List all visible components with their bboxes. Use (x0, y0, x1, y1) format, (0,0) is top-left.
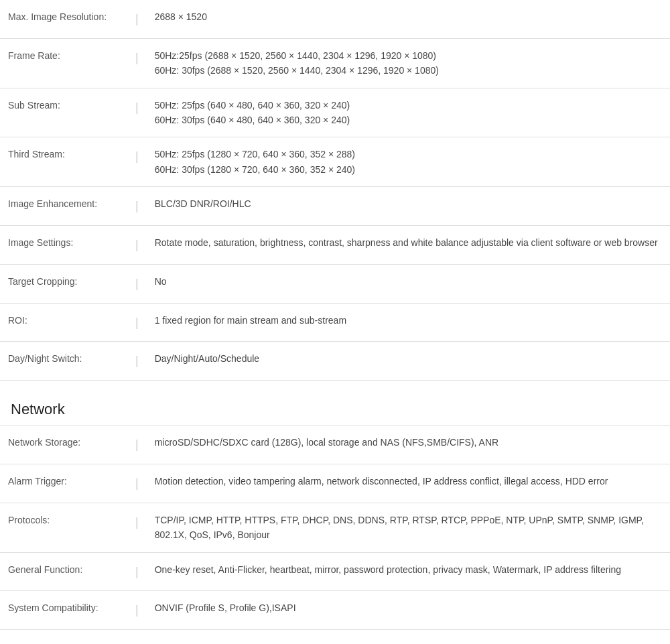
divider: | (127, 591, 147, 630)
spec-label: Max. Image Resolution: (0, 0, 127, 38)
network-section-header: Network (0, 387, 670, 426)
table-row: General Function:|One-key reset, Anti-Fl… (0, 552, 670, 591)
divider: | (127, 0, 147, 38)
spec-label: Target Cropping: (0, 264, 127, 303)
spec-label: Sub Stream: (0, 88, 127, 137)
table-row: Third Stream:|50Hz: 25fps (1280 × 720, 6… (0, 137, 670, 187)
spec-label: General Function: (0, 552, 127, 591)
table-row: Image Enhancement:|BLC/3D DNR/ROI/HLC (0, 187, 670, 226)
divider: | (127, 464, 147, 503)
spec-value: Motion detection, video tampering alarm,… (147, 464, 670, 503)
divider: | (127, 225, 147, 264)
divider: | (127, 342, 147, 381)
spec-value: One-key reset, Anti-Flicker, heartbeat, … (147, 552, 670, 591)
spec-value: No (147, 264, 670, 303)
spec-value: microSD/SDHC/SDXC card (128G), local sto… (147, 426, 670, 464)
divider: | (127, 264, 147, 303)
table-row: Image Settings:|Rotate mode, saturation,… (0, 225, 670, 264)
network-spec-table: Network Storage:|microSD/SDHC/SDXC card … (0, 426, 670, 630)
table-row: Network Storage:|microSD/SDHC/SDXC card … (0, 426, 670, 464)
spec-label: ROI: (0, 303, 127, 342)
spec-value: Rotate mode, saturation, brightness, con… (147, 225, 670, 264)
spec-label: Frame Rate: (0, 38, 127, 88)
table-row: System Compatibility:|ONVIF (Profile S, … (0, 591, 670, 630)
spec-value: 50Hz:25fps (2688 × 1520, 2560 × 1440, 23… (147, 38, 670, 88)
table-row: Sub Stream:|50Hz: 25fps (640 × 480, 640 … (0, 88, 670, 137)
spec-label: Third Stream: (0, 137, 127, 187)
divider: | (127, 503, 147, 552)
table-row: Frame Rate:|50Hz:25fps (2688 × 1520, 256… (0, 38, 670, 88)
divider: | (127, 88, 147, 137)
spec-label: Day/Night Switch: (0, 342, 127, 381)
spec-value: 50Hz: 25fps (640 × 480, 640 × 360, 320 ×… (147, 88, 670, 137)
spec-value: 2688 × 1520 (147, 0, 670, 38)
image-spec-table: Max. Image Resolution:|2688 × 1520Frame … (0, 0, 670, 381)
spec-value: BLC/3D DNR/ROI/HLC (147, 187, 670, 226)
divider: | (127, 38, 147, 88)
spec-label: System Compatibility: (0, 591, 127, 630)
table-row: Day/Night Switch:|Day/Night/Auto/Schedul… (0, 342, 670, 381)
divider: | (127, 303, 147, 342)
divider: | (127, 137, 147, 187)
spec-label: Network Storage: (0, 426, 127, 464)
spec-value: 1 fixed region for main stream and sub-s… (147, 303, 670, 342)
spec-value: ONVIF (Profile S, Profile G),ISAPI (147, 591, 670, 630)
table-row: Alarm Trigger:|Motion detection, video t… (0, 464, 670, 503)
spec-label: Image Settings: (0, 225, 127, 264)
spec-value: TCP/IP, ICMP, HTTP, HTTPS, FTP, DHCP, DN… (147, 503, 670, 552)
spec-label: Alarm Trigger: (0, 464, 127, 503)
divider: | (127, 552, 147, 591)
spec-label: Image Enhancement: (0, 187, 127, 226)
divider: | (127, 426, 147, 464)
spec-label: Protocols: (0, 503, 127, 552)
table-row: Protocols:|TCP/IP, ICMP, HTTP, HTTPS, FT… (0, 503, 670, 552)
spec-value: Day/Night/Auto/Schedule (147, 342, 670, 381)
table-row: Target Cropping:|No (0, 264, 670, 303)
spec-value: 50Hz: 25fps (1280 × 720, 640 × 360, 352 … (147, 137, 670, 187)
divider: | (127, 187, 147, 226)
table-row: ROI:|1 fixed region for main stream and … (0, 303, 670, 342)
table-row: Max. Image Resolution:|2688 × 1520 (0, 0, 670, 38)
